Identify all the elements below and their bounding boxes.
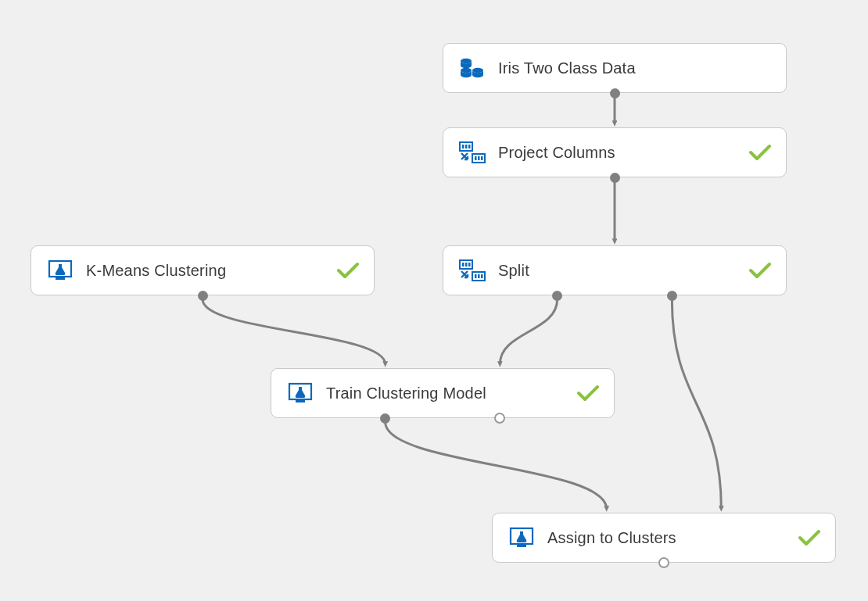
svg-rect-6 — [468, 145, 471, 148]
experiment-icon — [45, 259, 75, 281]
database-icon — [457, 57, 487, 79]
checkmark-icon — [576, 385, 600, 402]
svg-rect-10 — [481, 156, 483, 160]
checkmark-icon — [748, 262, 772, 279]
svg-rect-4 — [462, 145, 464, 148]
node-label: K-Means Clustering — [86, 262, 336, 280]
node-iris-two-class-data[interactable]: Iris Two Class Data — [443, 43, 787, 93]
connector — [500, 299, 557, 364]
node-label: Assign to Clusters — [547, 529, 798, 547]
connector — [386, 422, 607, 509]
node-split[interactable]: Split — [443, 245, 787, 295]
connector — [203, 299, 386, 364]
svg-rect-8 — [475, 156, 477, 160]
svg-rect-19 — [478, 274, 480, 278]
svg-rect-16 — [468, 263, 471, 267]
svg-rect-20 — [481, 274, 483, 278]
connector — [672, 299, 721, 509]
node-assign-to-clusters[interactable]: Assign to Clusters — [492, 513, 836, 563]
experiment-icon — [285, 382, 315, 404]
node-k-means-clustering[interactable]: K-Means Clustering — [30, 245, 375, 295]
checkmark-icon — [336, 262, 360, 279]
svg-point-1 — [461, 68, 472, 73]
node-label: Split — [498, 262, 748, 280]
svg-rect-15 — [465, 263, 468, 267]
svg-rect-24 — [517, 544, 526, 547]
svg-point-0 — [461, 59, 472, 63]
checkmark-icon — [748, 144, 772, 161]
project-columns-icon — [457, 141, 487, 163]
experiment-canvas[interactable]: Iris Two Class Data Project C — [0, 0, 868, 601]
node-label: Project Columns — [498, 144, 748, 162]
experiment-icon — [507, 527, 536, 549]
svg-rect-5 — [465, 145, 468, 148]
svg-rect-9 — [478, 156, 480, 160]
svg-rect-12 — [56, 277, 65, 280]
node-project-columns[interactable]: Project Columns — [443, 127, 787, 177]
checkmark-icon — [798, 529, 821, 546]
svg-rect-14 — [462, 263, 464, 267]
node-label: Train Clustering Model — [326, 385, 576, 402]
project-columns-icon — [457, 259, 487, 281]
svg-rect-22 — [296, 399, 305, 402]
svg-rect-18 — [475, 274, 477, 278]
svg-point-2 — [472, 68, 483, 73]
node-train-clustering-model[interactable]: Train Clustering Model — [271, 368, 615, 418]
node-label: Iris Two Class Data — [498, 59, 748, 77]
